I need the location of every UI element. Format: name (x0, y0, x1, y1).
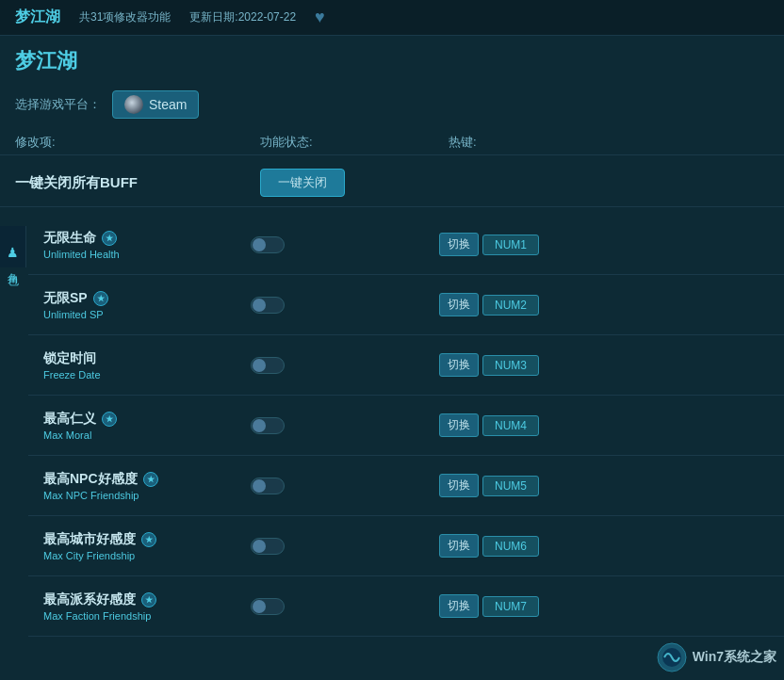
toggle-switch-1[interactable] (251, 297, 285, 314)
steam-logo-icon (124, 95, 143, 114)
steam-platform-button[interactable]: Steam (112, 90, 199, 119)
main-title: 梦江湖 (0, 36, 784, 83)
hotkey-key-5[interactable]: NUM6 (482, 536, 539, 557)
feature-en-0: Unlimited Health (43, 249, 251, 260)
col-header-hotkey: 热键: (449, 134, 599, 151)
feature-name-col-2: 锁定时间Freeze Date (43, 350, 251, 380)
feature-row: 最高仁义★Max Moral切换NUM4 (28, 396, 784, 456)
feature-zh-5: 最高城市好感度★ (43, 531, 251, 548)
hotkey-switch-btn-6[interactable]: 切换 (439, 594, 479, 618)
sidebar: ♟ 角色 (0, 226, 26, 267)
steam-label: Steam (149, 97, 187, 112)
sidebar-character-label: 角色 (5, 264, 21, 267)
toggle-switch-3[interactable] (251, 417, 285, 434)
feature-zh-0: 无限生命★ (43, 230, 251, 247)
feature-name-col-4: 最高NPC好感度★Max NPC Friendship (43, 471, 251, 501)
feature-en-2: Freeze Date (43, 369, 251, 380)
feature-en-5: Max City Friendship (43, 550, 251, 561)
feature-row: 无限SP★Unlimited SP切换NUM2 (28, 275, 784, 335)
hotkey-switch-btn-5[interactable]: 切换 (439, 534, 479, 558)
hotkey-col-4: 切换NUM5 (439, 474, 539, 497)
platform-row: 选择游戏平台： Steam (0, 83, 784, 130)
feature-zh-4: 最高NPC好感度★ (43, 471, 251, 488)
toggle-col-2 (251, 357, 439, 374)
feature-row: 锁定时间Freeze Date切换NUM3 (28, 335, 784, 396)
toggle-switch-6[interactable] (251, 598, 285, 615)
toggle-col-3 (251, 417, 439, 434)
feature-name-col-0: 无限生命★Unlimited Health (43, 230, 251, 260)
favorite-icon[interactable]: ♥ (315, 8, 325, 27)
feature-zh-1: 无限SP★ (43, 290, 251, 307)
feature-name-col-5: 最高城市好感度★Max City Friendship (43, 531, 251, 561)
feature-name-col-1: 无限SP★Unlimited SP (43, 290, 251, 320)
feature-en-6: Max Faction Friendship (43, 610, 251, 622)
toggle-switch-4[interactable] (251, 478, 285, 494)
star-badge: ★ (141, 532, 156, 547)
hotkey-col-3: 切换NUM4 (439, 413, 539, 437)
feature-row: 最高NPC好感度★Max NPC Friendship切换NUM5 (28, 456, 784, 516)
hotkey-col-0: 切换NUM1 (439, 233, 539, 256)
feature-en-4: Max NPC Friendship (43, 490, 251, 501)
sidebar-character-icon: ♟ (7, 245, 19, 260)
hotkey-switch-btn-1[interactable]: 切换 (439, 293, 479, 316)
feature-zh-3: 最高仁义★ (43, 411, 251, 428)
star-badge: ★ (102, 412, 117, 427)
feature-zh-6: 最高派系好感度★ (43, 591, 251, 608)
feature-name-col-3: 最高仁义★Max Moral (43, 411, 251, 441)
hotkey-col-5: 切换NUM6 (439, 534, 539, 558)
toggle-col-5 (251, 538, 439, 555)
star-badge: ★ (143, 472, 158, 487)
toggle-col-0 (251, 236, 439, 253)
star-badge: ★ (93, 291, 108, 306)
toggle-switch-5[interactable] (251, 538, 285, 555)
topbar-features-count: 共31项修改器功能 (79, 9, 171, 25)
topbar-update-date: 更新日期:2022-07-22 (189, 9, 296, 25)
col-header-status: 功能状态: (260, 134, 449, 151)
all-buffs-label: 一键关闭所有BUFF (15, 174, 260, 192)
hotkey-key-2[interactable]: NUM3 (482, 355, 539, 376)
one-click-close-button[interactable]: 一键关闭 (260, 169, 345, 197)
hotkey-switch-btn-4[interactable]: 切换 (439, 474, 479, 497)
features-list: 无限生命★Unlimited Health切换NUM1无限SP★Unlimite… (28, 215, 784, 680)
feature-zh-2: 锁定时间 (43, 350, 251, 367)
star-badge: ★ (141, 592, 156, 607)
topbar-title: 梦江湖 (15, 8, 60, 27)
hotkey-key-1[interactable]: NUM2 (482, 295, 539, 316)
toggle-col-1 (251, 297, 439, 314)
feature-row: 最高城市好感度★Max City Friendship切换NUM6 (28, 516, 784, 576)
feature-row: 无限生命★Unlimited Health切换NUM1 (28, 215, 784, 275)
hotkey-key-4[interactable]: NUM5 (482, 476, 539, 496)
hotkey-col-2: 切换NUM3 (439, 353, 539, 377)
top-bar: 梦江湖 共31项修改器功能 更新日期:2022-07-22 ♥ (0, 0, 784, 36)
column-headers: 修改项: 功能状态: 热键: (0, 130, 784, 155)
hotkey-key-3[interactable]: NUM4 (482, 415, 539, 436)
watermark-label: Win7系统之家 (693, 649, 776, 666)
hotkey-switch-btn-3[interactable]: 切换 (439, 413, 479, 437)
hotkey-col-6: 切换NUM7 (439, 594, 539, 618)
col-header-name: 修改项: (15, 134, 260, 151)
toggle-col-6 (251, 598, 439, 615)
watermark: Win7系统之家 (657, 642, 776, 672)
hotkey-switch-btn-2[interactable]: 切换 (439, 353, 479, 377)
feature-en-3: Max Moral (43, 429, 251, 441)
star-badge: ★ (102, 231, 117, 246)
hotkey-col-1: 切换NUM2 (439, 293, 539, 316)
feature-name-col-6: 最高派系好感度★Max Faction Friendship (43, 591, 251, 622)
watermark-logo-icon (657, 642, 687, 672)
platform-label: 选择游戏平台： (15, 96, 101, 113)
toggle-switch-0[interactable] (251, 236, 285, 253)
feature-row: 最高派系好感度★Max Faction Friendship切换NUM7 (28, 576, 784, 637)
hotkey-switch-btn-0[interactable]: 切换 (439, 233, 479, 256)
feature-en-1: Unlimited SP (43, 309, 251, 320)
all-buffs-row: 一键关闭所有BUFF 一键关闭 (0, 159, 784, 207)
toggle-switch-2[interactable] (251, 357, 285, 374)
hotkey-key-6[interactable]: NUM7 (482, 596, 539, 617)
toggle-col-4 (251, 478, 439, 494)
hotkey-key-0[interactable]: NUM1 (482, 235, 539, 255)
